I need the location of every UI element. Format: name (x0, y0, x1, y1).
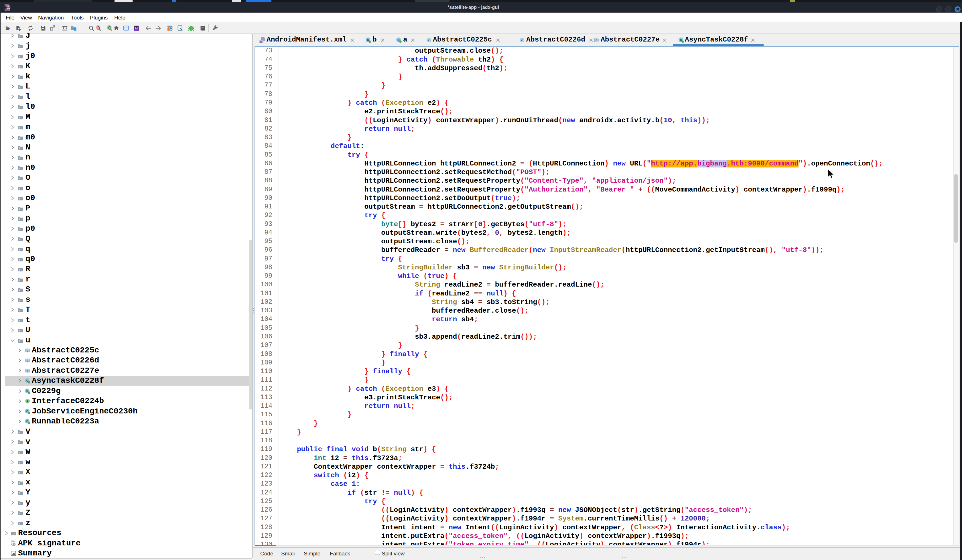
svg-text:MF: MF (260, 40, 263, 43)
svg-text:c: c (367, 38, 369, 42)
svg-text:c: c (398, 38, 400, 42)
svg-text:c: c (680, 38, 682, 42)
svg-text:c: c (596, 38, 597, 42)
svg-text:M: M (135, 27, 138, 30)
svg-text:c: c (428, 38, 430, 42)
svg-text:c: c (521, 38, 523, 42)
